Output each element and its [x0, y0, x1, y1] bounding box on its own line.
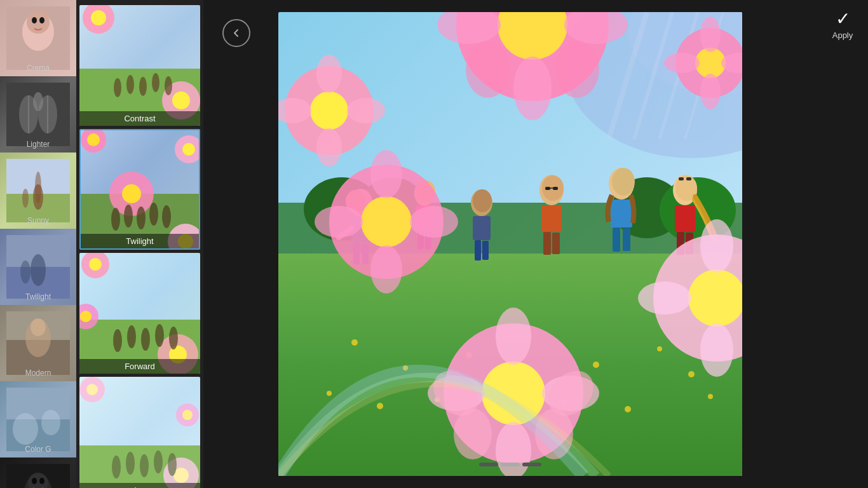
svg-rect-146: [675, 205, 695, 232]
svg-point-194: [664, 53, 700, 73]
svg-point-113: [625, 406, 631, 412]
svg-point-82: [182, 410, 193, 420]
svg-point-192: [700, 17, 721, 52]
left-sidebar: Crema Lighter Sunny: [0, 0, 76, 488]
svg-point-188: [638, 281, 691, 315]
modern-label: Modern: [0, 369, 76, 377]
svg-rect-151: [686, 177, 691, 180]
svg-point-3: [32, 17, 37, 24]
main-area: [203, 0, 817, 488]
sidebar-item-twilight[interactable]: Twilight: [0, 229, 76, 305]
svg-rect-128: [473, 216, 491, 240]
svg-rect-141: [611, 200, 632, 227]
svg-point-87: [168, 453, 177, 476]
svg-point-14: [35, 172, 41, 203]
svg-point-43: [126, 75, 134, 94]
svg-point-78: [86, 384, 98, 395]
filter-contrast[interactable]: Contrast: [79, 5, 200, 126]
colorg-label: Color G: [0, 445, 76, 454]
svg-point-164: [316, 55, 342, 93]
svg-point-59: [137, 207, 146, 229]
svg-point-107: [688, 371, 695, 377]
svg-point-35: [39, 478, 44, 484]
svg-point-171: [370, 245, 402, 294]
main-image-container: [278, 12, 742, 476]
svg-point-160: [555, 41, 599, 98]
svg-point-165: [316, 128, 342, 166]
svg-point-131: [473, 189, 492, 212]
svg-point-172: [315, 206, 363, 238]
apply-label: Apply: [832, 30, 853, 40]
svg-point-86: [154, 451, 163, 473]
ice-label: Ice: [79, 483, 200, 488]
svg-point-84: [126, 452, 135, 475]
svg-point-109: [377, 403, 383, 409]
svg-point-52: [182, 143, 195, 156]
svg-point-74: [169, 327, 178, 349]
svg-point-85: [140, 454, 149, 477]
svg-point-8: [33, 92, 43, 111]
svg-point-72: [141, 328, 150, 351]
svg-point-187: [700, 323, 733, 377]
scroll-dot-3: [522, 463, 541, 466]
svg-point-60: [149, 203, 158, 226]
svg-rect-133: [541, 205, 562, 232]
sidebar-item-modern[interactable]: Modern: [0, 305, 76, 381]
svg-point-34: [32, 478, 37, 484]
sidebar-item-crema[interactable]: Crema: [0, 0, 76, 76]
svg-point-176: [496, 308, 531, 365]
filter-forward[interactable]: Forward: [79, 253, 200, 374]
scroll-dot-1: [479, 463, 498, 466]
svg-rect-138: [553, 187, 558, 190]
svg-point-73: [155, 324, 164, 347]
svg-point-193: [700, 74, 721, 109]
svg-rect-142: [613, 227, 620, 252]
svg-rect-150: [679, 177, 684, 180]
sidebar-item-sunny[interactable]: Sunny: [0, 152, 76, 229]
svg-point-50: [87, 133, 100, 146]
svg-point-46: [165, 76, 172, 95]
svg-point-42: [114, 78, 121, 97]
svg-point-114: [708, 394, 713, 399]
sidebar-item-bottom[interactable]: [0, 458, 76, 488]
filter-twilight[interactable]: Twilight: [79, 129, 200, 250]
svg-point-58: [124, 205, 133, 227]
svg-point-167: [347, 98, 385, 123]
crema-label: Crema: [0, 64, 76, 72]
lighter-label: Lighter: [0, 140, 76, 149]
svg-point-163: [310, 92, 348, 130]
svg-point-30: [41, 410, 60, 435]
scroll-indicator: [479, 463, 541, 466]
svg-point-183: [454, 409, 492, 459]
svg-point-61: [162, 205, 171, 228]
middle-panel: Contrast: [76, 0, 203, 488]
svg-point-70: [113, 329, 122, 352]
sidebar-item-lighter[interactable]: Lighter: [0, 76, 76, 152]
svg-rect-134: [543, 232, 551, 255]
svg-point-20: [20, 261, 31, 283]
contrast-label: Contrast: [79, 111, 200, 126]
svg-point-191: [695, 48, 726, 78]
svg-point-105: [593, 362, 599, 368]
apply-check-icon: ✓: [836, 10, 850, 28]
sidebar-item-colorg[interactable]: Color G: [0, 381, 76, 458]
svg-point-54: [122, 184, 141, 203]
svg-point-101: [351, 339, 358, 346]
svg-point-25: [31, 318, 46, 336]
svg-point-173: [410, 206, 458, 238]
svg-point-144: [612, 168, 635, 196]
svg-point-41: [172, 92, 190, 109]
back-button[interactable]: [222, 19, 250, 47]
filter-ice[interactable]: Ice: [79, 377, 200, 488]
svg-point-69: [80, 311, 92, 322]
svg-point-169: [361, 196, 412, 247]
svg-rect-143: [623, 228, 630, 251]
svg-point-15: [22, 189, 29, 208]
scroll-dot-2: [501, 463, 520, 466]
bottom-thumb: [0, 458, 76, 488]
sunny-label: Sunny: [0, 216, 76, 225]
forward-label: Forward: [79, 359, 200, 374]
apply-button[interactable]: ✓ Apply: [827, 5, 858, 45]
svg-point-155: [513, 57, 552, 120]
svg-point-39: [91, 10, 106, 25]
